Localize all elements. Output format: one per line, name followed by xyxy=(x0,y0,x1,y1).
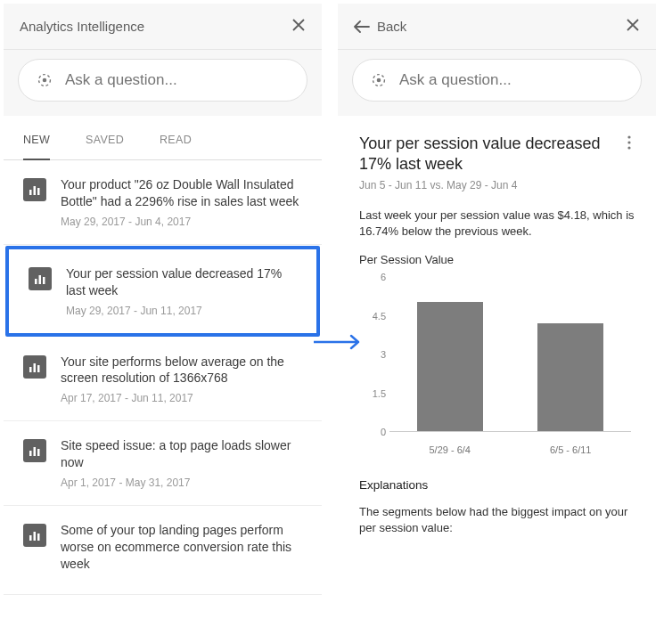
explanations-heading: Explanations xyxy=(359,478,635,492)
svg-rect-15 xyxy=(34,532,37,541)
chart-bar xyxy=(537,323,603,431)
bar-chart: 5/29 - 6/46/5 - 6/11 01.534.56 xyxy=(365,277,635,455)
spark-icon xyxy=(35,70,54,90)
svg-rect-8 xyxy=(29,367,32,372)
x-tick-label: 6/5 - 6/11 xyxy=(511,439,632,455)
panel-header: Analytics Intelligence xyxy=(4,4,322,50)
svg-rect-4 xyxy=(37,188,40,195)
detail-description: Last week your per session value was $4.… xyxy=(359,208,635,239)
search-pill[interactable] xyxy=(352,59,642,102)
search-input[interactable] xyxy=(399,71,625,89)
svg-rect-6 xyxy=(39,275,42,284)
explanations-description: The segments below had the biggest impac… xyxy=(359,504,635,535)
x-tick-label: 5/29 - 6/4 xyxy=(389,439,511,455)
svg-rect-10 xyxy=(37,365,40,372)
insights-panel: Analytics Intelligence NEW SAVED READ Y xyxy=(4,4,322,595)
insight-title: Site speed issue: a top page loads slowe… xyxy=(61,437,302,471)
insight-title: Your per session value decreased 17% las… xyxy=(66,265,297,299)
svg-rect-14 xyxy=(29,535,32,541)
more-vert-icon[interactable] xyxy=(624,134,635,156)
y-tick-label: 6 xyxy=(365,272,386,282)
insight-date: May 29, 2017 - Jun 11, 2017 xyxy=(66,305,297,317)
tab-new[interactable]: NEW xyxy=(23,134,50,160)
detail-title: Your per session value decreased 17% las… xyxy=(359,134,624,174)
search-pill[interactable] xyxy=(18,59,307,102)
insight-item[interactable]: Your site performs below average on the … xyxy=(4,338,322,422)
insight-item[interactable]: Site speed issue: a top page loads slowe… xyxy=(4,421,322,506)
y-tick-label: 1.5 xyxy=(365,388,386,399)
back-label: Back xyxy=(377,19,406,34)
bar-chart-icon xyxy=(23,439,46,462)
svg-rect-16 xyxy=(37,533,40,541)
search-area xyxy=(338,50,656,116)
svg-rect-9 xyxy=(34,363,37,372)
insight-list: Your product "26 oz Double Wall Insulate… xyxy=(4,160,322,595)
svg-point-18 xyxy=(377,78,381,83)
tab-read[interactable]: READ xyxy=(160,134,192,159)
y-tick-label: 4.5 xyxy=(365,311,386,322)
insight-date: Apr 1, 2017 - May 31, 2017 xyxy=(61,476,302,489)
bar-chart-icon xyxy=(23,355,46,379)
search-input[interactable] xyxy=(65,71,291,89)
chart-title: Per Session Value xyxy=(359,253,635,266)
svg-rect-3 xyxy=(34,186,37,195)
bar-chart-icon xyxy=(29,267,52,290)
insight-date: Apr 17, 2017 - Jun 11, 2017 xyxy=(61,392,302,404)
svg-point-20 xyxy=(627,141,630,143)
insight-title: Some of your top landing pages perform w… xyxy=(61,522,302,573)
chart-bar xyxy=(417,302,483,432)
y-tick-label: 3 xyxy=(365,349,386,360)
insight-date: May 29, 2017 - Jun 4, 2017 xyxy=(61,216,302,228)
insight-title: Your product "26 oz Double Wall Insulate… xyxy=(61,176,302,210)
bar-chart-icon xyxy=(23,178,46,201)
insight-title: Your site performs below average on the … xyxy=(61,354,302,387)
arrow-left-icon xyxy=(354,20,370,33)
insight-item[interactable]: Your product "26 oz Double Wall Insulate… xyxy=(4,160,322,245)
svg-point-1 xyxy=(43,78,47,83)
spark-icon xyxy=(369,70,389,90)
svg-rect-2 xyxy=(29,190,32,195)
close-icon[interactable] xyxy=(288,12,309,40)
detail-date-range: Jun 5 - Jun 11 vs. May 29 - Jun 4 xyxy=(359,179,529,191)
svg-point-19 xyxy=(627,135,630,138)
insight-item-selected[interactable]: Your per session value decreased 17% las… xyxy=(5,246,320,337)
detail-panel: Back Your per session value decreased 17… xyxy=(338,4,656,595)
tabs: NEW SAVED READ xyxy=(4,116,322,160)
y-tick-label: 0 xyxy=(365,427,386,437)
insight-item[interactable]: Some of your top landing pages perform w… xyxy=(4,506,322,595)
svg-rect-5 xyxy=(35,279,37,284)
svg-rect-12 xyxy=(34,447,37,456)
detail-header: Back xyxy=(338,4,656,50)
search-area xyxy=(4,50,322,116)
svg-rect-7 xyxy=(43,277,45,284)
panel-title: Analytics Intelligence xyxy=(20,19,288,34)
svg-rect-13 xyxy=(37,449,40,456)
detail-body: Your per session value decreased 17% las… xyxy=(338,116,656,535)
svg-point-21 xyxy=(627,146,630,149)
svg-rect-11 xyxy=(29,451,32,456)
close-icon[interactable] xyxy=(622,12,643,40)
bar-chart-icon xyxy=(23,524,46,547)
tab-saved[interactable]: SAVED xyxy=(86,134,124,159)
back-button[interactable]: Back xyxy=(354,19,406,34)
